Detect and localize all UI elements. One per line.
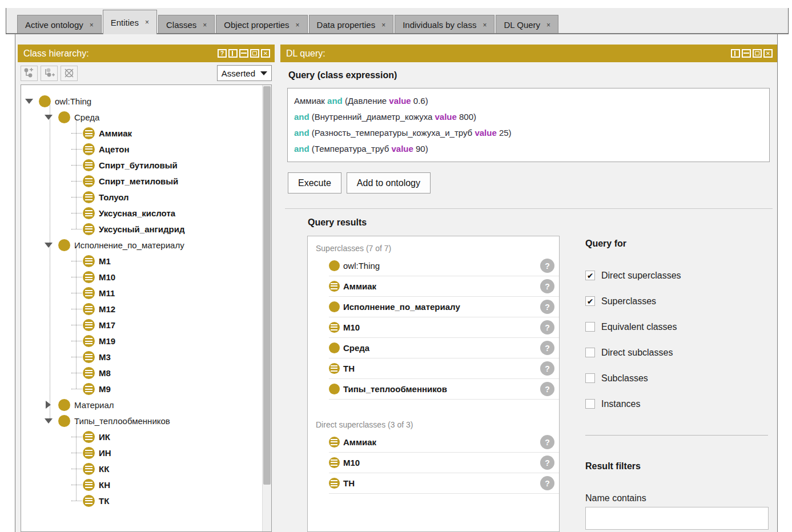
tree-item-Ацетон[interactable]: Ацетон [21, 141, 262, 157]
split-vertical-icon[interactable] [228, 49, 238, 58]
result-row-М10[interactable]: М10? [329, 453, 559, 473]
tab-close-icon[interactable]: × [483, 21, 487, 29]
tree-item-ИН[interactable]: ИН [21, 445, 262, 461]
expander-open-icon[interactable] [44, 418, 53, 424]
tab-object-properties[interactable]: Object properties× [216, 15, 307, 34]
tree-item-Уксусный_ангидрид[interactable]: Уксусный_ангидрид [21, 221, 262, 237]
equivalent-class-icon [329, 437, 340, 448]
row-explain-button[interactable]: ? [540, 320, 554, 334]
query-for-option-superclasses[interactable]: ✔Superclasses [585, 288, 769, 314]
tab-classes[interactable]: Classes× [158, 15, 215, 34]
checkbox-checked[interactable]: ✔ [585, 296, 595, 306]
row-explain-button[interactable]: ? [540, 259, 554, 273]
tree-item-Спирт_метиловый[interactable]: Спирт_метиловый [21, 173, 262, 189]
tree-item-М1[interactable]: М1 [21, 253, 262, 269]
delete-class-button[interactable] [61, 66, 78, 81]
tab-close-icon[interactable]: × [381, 21, 385, 29]
tree-item-ИК[interactable]: ИК [21, 429, 262, 445]
row-explain-button[interactable]: ? [540, 300, 554, 314]
row-explain-button[interactable]: ? [540, 341, 554, 355]
tree-item-КН[interactable]: КН [21, 477, 262, 493]
tree-item-Спирт_бутиловый[interactable]: Спирт_бутиловый [21, 157, 262, 173]
tab-entities[interactable]: Entities× [103, 10, 157, 34]
tree-item-Материал[interactable]: Материал [21, 397, 262, 413]
float-icon[interactable] [753, 49, 762, 58]
tab-close-icon[interactable]: × [546, 21, 550, 29]
tree-connector-stub [71, 357, 82, 357]
query-for-option-subclasses[interactable]: Subclasses [585, 365, 769, 391]
checkbox-unchecked[interactable] [585, 322, 595, 332]
tree-item-М17[interactable]: М17 [21, 317, 262, 333]
add-sibling-class-button[interactable] [41, 66, 58, 81]
checkbox-unchecked[interactable] [585, 373, 595, 383]
add-to-ontology-button[interactable]: Add to ontology [347, 172, 431, 194]
hierarchy-type-dropdown[interactable]: Asserted [217, 65, 272, 81]
tree-scrollbar[interactable] [262, 85, 271, 531]
tree-item-М11[interactable]: М11 [21, 285, 262, 301]
expander-open-icon[interactable] [25, 99, 33, 104]
tree-item-Аммиак[interactable]: Аммиак [21, 125, 262, 141]
result-row-М10[interactable]: М10? [329, 317, 559, 338]
checkbox-unchecked[interactable] [585, 399, 595, 409]
tree-item-М3[interactable]: М3 [21, 349, 262, 365]
tree-connector-stub [71, 485, 82, 485]
tree-item-М19[interactable]: М19 [21, 333, 262, 349]
help-icon[interactable]: ? [218, 49, 227, 58]
tree-item-Типы_теплообменников[interactable]: Типы_теплообменников [21, 413, 262, 429]
expander-open-icon[interactable] [44, 243, 53, 248]
result-row-owl:Thing[interactable]: owl:Thing? [329, 256, 559, 276]
row-explain-button[interactable]: ? [540, 476, 554, 490]
tab-close-icon[interactable]: × [145, 18, 149, 26]
tab-individuals-by-class[interactable]: Individuals by class× [395, 15, 495, 34]
row-explain-button[interactable]: ? [540, 361, 554, 376]
result-row-Типы_теплообменников[interactable]: Типы_теплообменников? [329, 379, 559, 400]
tree-item-Уксусная_кислота[interactable]: Уксусная_кислота [21, 205, 262, 221]
tree-item-label: М9 [99, 384, 111, 394]
tree-item-Исполнение_по_материалу[interactable]: Исполнение_по_материалу [21, 237, 262, 253]
tree-item-Толуол[interactable]: Толуол [21, 189, 262, 205]
row-explain-button[interactable]: ? [540, 456, 554, 470]
tab-close-icon[interactable]: × [296, 21, 300, 29]
tree-item-ТК[interactable]: ТК [21, 493, 262, 509]
query-for-option-direct-subclasses[interactable]: Direct subclasses [585, 340, 769, 365]
tab-data-properties[interactable]: Data properties× [309, 15, 394, 34]
query-for-option-direct-superclasses[interactable]: ✔Direct superclasses [585, 263, 769, 288]
row-explain-button[interactable]: ? [540, 435, 554, 449]
tree-item-М10[interactable]: М10 [21, 269, 262, 285]
split-horizontal-icon[interactable] [239, 49, 248, 58]
row-explain-button[interactable]: ? [540, 382, 554, 396]
tree-item-КК[interactable]: КК [21, 461, 262, 477]
tab-close-icon[interactable]: × [203, 21, 207, 29]
tree-item-owl:Thing[interactable]: owl:Thing [21, 93, 262, 109]
result-row-Аммиак[interactable]: Аммиак? [329, 432, 559, 453]
expander-closed-icon[interactable] [44, 401, 53, 409]
execute-button[interactable]: Execute [288, 172, 341, 194]
float-icon[interactable] [250, 49, 259, 58]
split-horizontal-icon[interactable] [742, 49, 751, 58]
tree-item-М9[interactable]: М9 [21, 381, 262, 397]
result-row-Среда[interactable]: Среда? [329, 338, 559, 358]
close-icon[interactable]: ✕ [261, 49, 270, 58]
result-row-ТН[interactable]: ТН? [329, 358, 559, 379]
add-subclass-button[interactable] [21, 66, 38, 81]
tree-item-М12[interactable]: М12 [21, 301, 262, 317]
split-vertical-icon[interactable] [731, 49, 740, 58]
name-contains-input[interactable] [585, 507, 769, 530]
row-explain-button[interactable]: ? [540, 279, 554, 293]
query-for-option-instances[interactable]: Instances [585, 391, 769, 417]
expander-open-icon[interactable] [44, 115, 53, 120]
tab-close-icon[interactable]: × [90, 21, 94, 29]
close-icon[interactable]: ✕ [763, 49, 773, 58]
tree-item-М8[interactable]: М8 [21, 365, 262, 381]
tab-active-ontology[interactable]: Active ontology× [17, 15, 102, 34]
checkbox-unchecked[interactable] [585, 348, 595, 357]
tab-dl-query[interactable]: DL Query× [496, 15, 558, 34]
tree-item-Среда[interactable]: Среда [21, 109, 262, 125]
query-expression-editor[interactable]: Аммиак and (Давление value 0.6)and (Внут… [287, 88, 770, 162]
result-row-Аммиак[interactable]: Аммиак? [329, 276, 559, 297]
result-row-Исполнение_по_материалу[interactable]: Исполнение_по_материалу? [329, 297, 559, 317]
tree-scrollbar-thumb[interactable] [263, 86, 271, 485]
result-row-ТН[interactable]: ТН? [329, 473, 559, 494]
checkbox-checked[interactable]: ✔ [585, 271, 595, 280]
query-for-option-equivalent-classes[interactable]: Equivalent classes [585, 314, 769, 340]
